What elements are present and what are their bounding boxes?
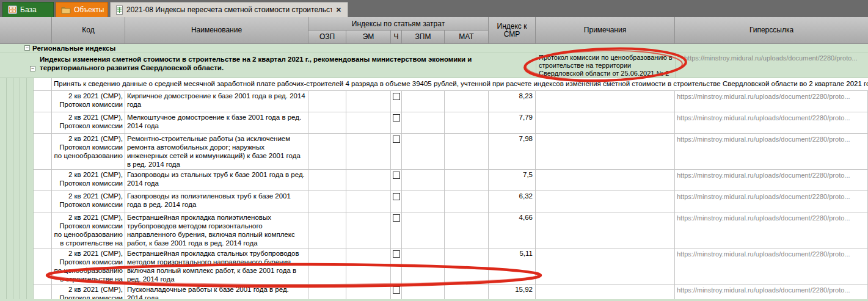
row-selector-cell[interactable] — [34, 91, 52, 112]
row-mat-cell[interactable] — [445, 112, 489, 134]
tab-baza[interactable]: База — [2, 2, 54, 17]
row-checkbox[interactable] — [393, 250, 400, 258]
row-notes-cell[interactable] — [536, 285, 675, 301]
row-em-cell[interactable] — [346, 191, 391, 212]
header-group-label[interactable]: Индексы по статьям затрат — [308, 17, 489, 31]
row-mat-cell[interactable] — [445, 212, 489, 248]
row-checkbox[interactable] — [393, 93, 400, 100]
row-hyperlink[interactable]: https://minstroy.midural.ru/uploads/docu… — [675, 191, 868, 212]
row-checkbox[interactable] — [393, 286, 400, 294]
row-ozp-cell[interactable] — [308, 212, 346, 248]
section-row-regional[interactable]: − Региональные индексы — [0, 44, 868, 53]
row-selector-cell[interactable] — [34, 248, 52, 285]
row-selector-cell[interactable] — [34, 78, 52, 90]
row-ozp-cell[interactable] — [308, 134, 346, 170]
row-em-cell[interactable] — [346, 212, 391, 248]
row-code-cell[interactable]: 2 кв 2021 (СМР), Протокол комиссии по це… — [52, 248, 125, 285]
row-notes-cell[interactable] — [536, 248, 675, 285]
row-ch-cell[interactable] — [391, 170, 402, 191]
row-selector-cell[interactable] — [34, 285, 52, 301]
row-name-cell[interactable]: Мелкоштучное домостроение к базе 2001 го… — [125, 112, 308, 134]
row-checkbox[interactable] — [393, 193, 400, 200]
header-hyperlink[interactable]: Гиперссылка — [675, 17, 868, 44]
table-row[interactable]: 2 кв 2021 (СМР), Протокол комиссии по це… — [34, 212, 868, 248]
row-smr-value[interactable]: 5,11 — [489, 248, 536, 285]
table-row[interactable]: 2 кв 2021 (СМР), Протокол комиссии Пуско… — [34, 285, 868, 301]
row-em-cell[interactable] — [346, 112, 391, 134]
row-smr-value[interactable]: 8,23 — [489, 91, 536, 112]
row-smr-value[interactable]: 6,32 — [489, 191, 536, 212]
row-name-cell[interactable]: Пусконаладочные работы к базе 2001 года … — [125, 285, 308, 301]
row-ch-cell[interactable] — [391, 91, 402, 112]
row-name-cell[interactable]: Ремонтно-строительные работы (за исключе… — [125, 134, 308, 170]
row-selector-cell[interactable] — [34, 112, 52, 134]
table-row[interactable]: 2 кв 2021 (СМР), Протокол комиссии по це… — [34, 134, 868, 170]
header-name[interactable]: Наименование — [125, 17, 308, 44]
row-code-cell[interactable]: 2 кв 2021 (СМР), Протокол комиссии — [52, 191, 125, 212]
row-mat-cell[interactable] — [445, 134, 489, 170]
row-smr-value[interactable]: 7,5 — [489, 170, 536, 191]
row-ch-cell[interactable] — [391, 134, 402, 170]
row-ozp-cell[interactable] — [308, 285, 346, 301]
tab-document[interactable]: 2021-08 Индексы пересчета сметной стоимо… — [110, 2, 348, 17]
row-zpm-cell[interactable] — [402, 285, 445, 301]
row-code-cell[interactable]: 2 кв 2021 (СМР), Протокол комиссии по це… — [52, 212, 125, 248]
row-ch-cell[interactable] — [391, 191, 402, 212]
row-notes-cell[interactable] — [536, 91, 675, 112]
row-name-cell[interactable]: Газопроводы из стальных труб к базе 2001… — [125, 170, 308, 191]
collapse-icon[interactable]: − — [30, 66, 35, 71]
row-code-cell[interactable]: 2 кв 2021 (СМР), Протокол комиссии — [52, 170, 125, 191]
row-zpm-cell[interactable] — [402, 191, 445, 212]
header-mat[interactable]: МАТ — [445, 31, 489, 44]
row-hyperlink[interactable]: https://minstroy.midural.ru/uploads/docu… — [675, 212, 868, 248]
row-zpm-cell[interactable] — [402, 248, 445, 285]
header-code[interactable]: Код — [52, 17, 125, 44]
row-zpm-cell[interactable] — [402, 91, 445, 112]
row-ch-cell[interactable] — [391, 285, 402, 301]
row-hyperlink[interactable]: https://minstroy.midural.ru/uploads/docu… — [675, 285, 868, 301]
header-ch[interactable]: Ч — [391, 31, 402, 44]
row-smr-value[interactable]: 7,79 — [489, 112, 536, 134]
subsection-hyperlink[interactable]: https://minstroy.midural.ru/uploads/docu… — [675, 53, 868, 78]
row-checkbox[interactable] — [393, 214, 400, 222]
row-hyperlink[interactable]: https://minstroy.midural.ru/uploads/docu… — [675, 248, 868, 285]
header-smr-index[interactable]: Индекс к СМР — [489, 17, 536, 44]
header-notes[interactable]: Примечания — [536, 17, 675, 44]
row-name-cell[interactable]: Бестраншейная прокладка стальных трубопр… — [125, 248, 308, 285]
row-ozp-cell[interactable] — [308, 191, 346, 212]
header-zpm[interactable]: ЗПМ — [402, 31, 445, 44]
row-hyperlink[interactable]: https://minstroy.midural.ru/uploads/docu… — [675, 91, 868, 112]
row-name-cell[interactable]: Газопроводы из полиэтиленовых труб к баз… — [125, 191, 308, 212]
row-smr-value[interactable]: 4,66 — [489, 212, 536, 248]
row-notes-cell[interactable] — [536, 112, 675, 134]
row-mat-cell[interactable] — [445, 285, 489, 301]
row-checkbox[interactable] — [393, 172, 400, 179]
row-smr-value[interactable]: 7,98 — [489, 134, 536, 170]
row-hyperlink[interactable]: https://minstroy.midural.ru/uploads/docu… — [675, 112, 868, 134]
row-ozp-cell[interactable] — [308, 112, 346, 134]
row-ch-cell[interactable] — [391, 212, 402, 248]
row-ozp-cell[interactable] — [308, 170, 346, 191]
row-code-cell[interactable]: 2 кв 2021 (СМР), Протокол комиссии — [52, 112, 125, 134]
table-row[interactable]: 2 кв 2021 (СМР), Протокол комиссии Газоп… — [34, 191, 868, 212]
info-row[interactable]: Принять к сведению данные о средней меся… — [34, 78, 868, 91]
row-em-cell[interactable] — [346, 170, 391, 191]
row-ozp-cell[interactable] — [308, 248, 346, 285]
row-selector-cell[interactable] — [34, 170, 52, 191]
row-ozp-cell[interactable] — [308, 91, 346, 112]
table-row[interactable]: 2 кв 2021 (СМР), Протокол комиссии Газоп… — [34, 170, 868, 191]
row-em-cell[interactable] — [346, 248, 391, 285]
collapse-icon[interactable]: − — [24, 45, 30, 51]
row-selector-cell[interactable] — [34, 212, 52, 248]
row-checkbox[interactable] — [393, 136, 400, 143]
table-row[interactable]: 2 кв 2021 (СМР), Протокол комиссии по це… — [34, 248, 868, 285]
row-mat-cell[interactable] — [445, 248, 489, 285]
row-notes-cell[interactable] — [536, 212, 675, 248]
section-row-subsection[interactable]: − Индексы изменения сметной стоимости в … — [0, 53, 868, 78]
row-name-cell[interactable]: Кирпичное домостроение к базе 2001 года … — [125, 91, 308, 112]
row-smr-value[interactable]: 15,92 — [489, 285, 536, 301]
row-hyperlink[interactable]: https://minstroy.midural.ru/uploads/docu… — [675, 170, 868, 191]
row-selector-cell[interactable] — [34, 191, 52, 212]
row-em-cell[interactable] — [346, 285, 391, 301]
row-em-cell[interactable] — [346, 134, 391, 170]
